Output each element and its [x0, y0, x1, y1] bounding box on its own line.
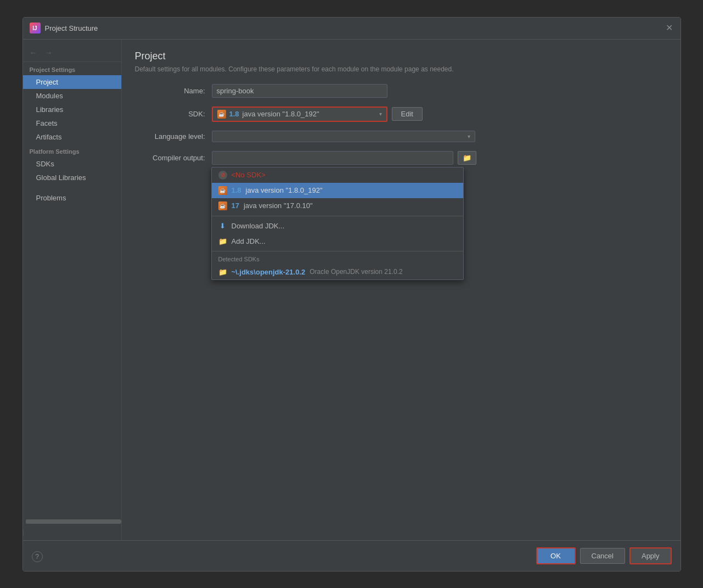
back-arrow[interactable]: ←	[27, 47, 40, 58]
sdk-label: SDK:	[135, 110, 212, 118]
sidebar-item-problems[interactable]: Problems	[23, 191, 121, 205]
sdk-dropdown-popup: ⊘ <No SDK> ☕ 1.8 java version "1.8.0_192…	[211, 167, 464, 280]
sidebar-item-sdks[interactable]: SDKs	[23, 157, 121, 171]
compiler-output-label: Compiler output:	[135, 154, 212, 162]
nav-back-forward: ← →	[23, 44, 121, 62]
jdk-17-version: 17	[232, 201, 239, 210]
sdk-dropdown[interactable]: ☕ 1.8 java version "1.8.0_192" ▾	[212, 107, 387, 122]
bottom-bar: ? OK Cancel Apply	[23, 540, 680, 571]
divider-1	[212, 216, 463, 216]
sidebar-item-facets[interactable]: Facets	[23, 116, 121, 130]
title-bar-left: IJ Project Structure	[30, 23, 98, 33]
ok-button[interactable]: OK	[536, 547, 576, 564]
browse-folder-button[interactable]: 📁	[458, 151, 476, 165]
help-button[interactable]: ?	[32, 551, 43, 562]
sidebar-item-artifacts[interactable]: Artifacts	[23, 130, 121, 144]
sdk-row: SDK: ☕ 1.8 java version "1.8.0_192" ▾ Ed…	[135, 107, 667, 122]
detected-folder-icon: 📁	[218, 268, 227, 276]
edit-sdk-button[interactable]: Edit	[392, 107, 423, 121]
cancel-button[interactable]: Cancel	[580, 548, 625, 564]
dropdown-chevron-icon: ▾	[379, 111, 382, 117]
sidebar-item-global-libraries[interactable]: Global Libraries	[23, 171, 121, 184]
download-icon: ⬇	[218, 222, 227, 231]
sdk-option-no-sdk[interactable]: ⊘ <No SDK>	[212, 167, 463, 183]
platform-settings-label: Platform Settings	[23, 144, 121, 157]
jdk-17-icon: ☕	[218, 201, 227, 210]
project-settings-label: Project Settings	[23, 62, 121, 75]
jdk-17-string: java version "17.0.10"	[244, 201, 313, 210]
sdk-version-str: java version "1.8.0_192"	[243, 110, 319, 118]
sidebar: ← → Project Settings Project Modules Lib…	[23, 40, 122, 540]
app-logo: IJ	[30, 23, 41, 33]
download-jdk-item[interactable]: ⬇ Download JDK...	[212, 219, 463, 234]
add-jdk-item[interactable]: 📁 Add JDK...	[212, 234, 463, 249]
content-area: Project Default settings for all modules…	[122, 40, 680, 540]
dialog-title: Project Structure	[45, 24, 98, 32]
forward-arrow[interactable]: →	[43, 47, 55, 58]
divider-2	[212, 251, 463, 251]
name-input[interactable]	[212, 84, 387, 98]
language-level-row: Language level: ▾	[135, 131, 667, 142]
jdk-1-8-version: 1.8	[232, 186, 241, 194]
title-bar: IJ Project Structure ✕	[23, 18, 680, 40]
detected-sdks-label: Detected SDKs	[212, 254, 463, 265]
language-level-label: Language level:	[135, 132, 212, 141]
close-button[interactable]: ✕	[665, 24, 674, 32]
detected-openjdk-21[interactable]: 📁 ~\.jdks\openjdk-21.0.2 Oracle OpenJDK …	[212, 265, 463, 279]
no-sdk-icon: ⊘	[218, 171, 227, 180]
openjdk-desc: Oracle OpenJDK version 21.0.2	[310, 268, 402, 276]
sdk-option-17[interactable]: ☕ 17 java version "17.0.10"	[212, 198, 463, 214]
sidebar-item-modules[interactable]: Modules	[23, 89, 121, 103]
project-structure-dialog: IJ Project Structure ✕ ← → Project Setti…	[23, 17, 681, 572]
name-label: Name:	[135, 87, 212, 95]
sidebar-item-libraries[interactable]: Libraries	[23, 103, 121, 116]
sdk-version-num: 1.8	[229, 110, 239, 118]
jdk-1-8-string: java version "1.8.0_192"	[246, 186, 323, 194]
download-jdk-label: Download JDK...	[232, 222, 285, 230]
no-sdk-label: <No SDK>	[232, 171, 266, 179]
language-level-chevron-icon: ▾	[468, 133, 470, 139]
add-jdk-folder-icon: 📁	[218, 237, 227, 245]
openjdk-path: ~\.jdks\openjdk-21.0.2	[232, 268, 306, 276]
jdk-1-8-icon: ☕	[218, 186, 227, 195]
name-row: Name:	[135, 84, 667, 98]
dialog-body: ← → Project Settings Project Modules Lib…	[23, 40, 680, 540]
sdk-selector-group: ☕ 1.8 java version "1.8.0_192" ▾ Edit	[212, 107, 423, 122]
compiler-output-row: Compiler output: 📁	[135, 151, 667, 165]
sdk-dropdown-inner: ☕ 1.8 java version "1.8.0_192"	[217, 110, 319, 119]
add-jdk-label: Add JDK...	[232, 237, 266, 245]
page-description: Default settings for all modules. Config…	[135, 65, 667, 73]
language-level-dropdown[interactable]: ▾	[212, 131, 475, 142]
jdk-icon: ☕	[217, 110, 226, 119]
sidebar-item-project[interactable]: Project	[23, 75, 121, 89]
compiler-output-group: 📁	[212, 151, 476, 165]
sdk-option-1-8[interactable]: ☕ 1.8 java version "1.8.0_192"	[212, 183, 463, 198]
apply-button[interactable]: Apply	[629, 547, 672, 564]
compiler-output-input[interactable]	[212, 151, 453, 165]
page-title: Project	[135, 51, 667, 62]
